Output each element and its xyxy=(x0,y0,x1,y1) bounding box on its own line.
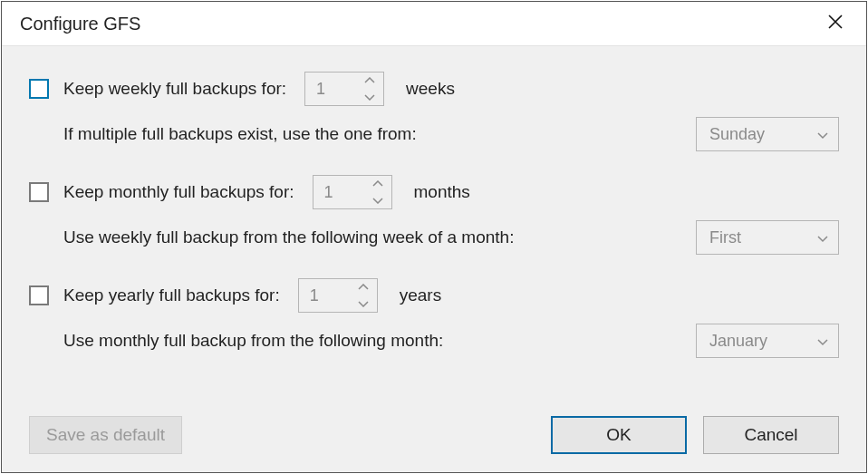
close-button[interactable] xyxy=(817,5,854,42)
chevron-up-icon[interactable] xyxy=(350,279,377,295)
save-default-button[interactable]: Save as default xyxy=(29,416,182,454)
yearly-sub-label: Use monthly full backup from the followi… xyxy=(63,331,696,351)
yearly-month-value: January xyxy=(709,332,816,351)
weekly-sub-label: If multiple full backups exist, use the … xyxy=(63,124,696,144)
weekly-day-select[interactable]: Sunday xyxy=(696,117,839,151)
weekly-day-value: Sunday xyxy=(709,125,816,144)
monthly-week-value: First xyxy=(709,228,816,247)
monthly-spinner[interactable]: 1 xyxy=(313,175,392,209)
yearly-unit: years xyxy=(400,285,441,305)
yearly-section: Keep yearly full backups for: 1 years Us… xyxy=(29,278,839,358)
yearly-month-select[interactable]: January xyxy=(696,324,839,358)
cancel-button[interactable]: Cancel xyxy=(703,416,839,454)
monthly-sub-label: Use weekly full backup from the followin… xyxy=(63,227,696,247)
chevron-down-icon xyxy=(816,332,829,351)
yearly-spinner[interactable]: 1 xyxy=(298,278,378,313)
chevron-down-icon[interactable] xyxy=(364,192,391,208)
chevron-down-icon[interactable] xyxy=(350,295,377,312)
weekly-section: Keep weekly full backups for: 1 weeks If… xyxy=(29,72,839,151)
weekly-unit: weeks xyxy=(406,79,455,99)
chevron-up-icon[interactable] xyxy=(364,176,391,192)
dialog-configure-gfs: Configure GFS Keep weekly full backups f… xyxy=(1,1,867,473)
titlebar: Configure GFS xyxy=(2,2,866,45)
dialog-title: Configure GFS xyxy=(20,14,817,34)
close-icon xyxy=(827,12,844,35)
monthly-section: Keep monthly full backups for: 1 months … xyxy=(29,175,839,255)
chevron-down-icon xyxy=(816,228,829,247)
yearly-checkbox-label: Keep yearly full backups for: xyxy=(63,285,280,305)
monthly-checkbox-label: Keep monthly full backups for: xyxy=(63,182,294,202)
weekly-checkbox-label: Keep weekly full backups for: xyxy=(63,79,286,99)
monthly-checkbox[interactable] xyxy=(29,182,49,202)
dialog-footer: Save as default OK Cancel xyxy=(29,416,839,454)
ok-button[interactable]: OK xyxy=(551,416,687,454)
monthly-spinner-value: 1 xyxy=(313,176,364,208)
chevron-down-icon xyxy=(816,125,829,144)
weekly-spinner-value: 1 xyxy=(305,73,356,105)
monthly-week-select[interactable]: First xyxy=(696,220,839,255)
weekly-checkbox[interactable] xyxy=(29,79,49,99)
chevron-down-icon[interactable] xyxy=(356,89,383,105)
monthly-unit: months xyxy=(414,182,470,202)
dialog-body: Keep weekly full backups for: 1 weeks If… xyxy=(2,45,866,472)
weekly-spinner[interactable]: 1 xyxy=(304,72,384,106)
yearly-spinner-value: 1 xyxy=(299,279,350,312)
chevron-up-icon[interactable] xyxy=(356,73,383,89)
yearly-checkbox[interactable] xyxy=(29,285,49,305)
